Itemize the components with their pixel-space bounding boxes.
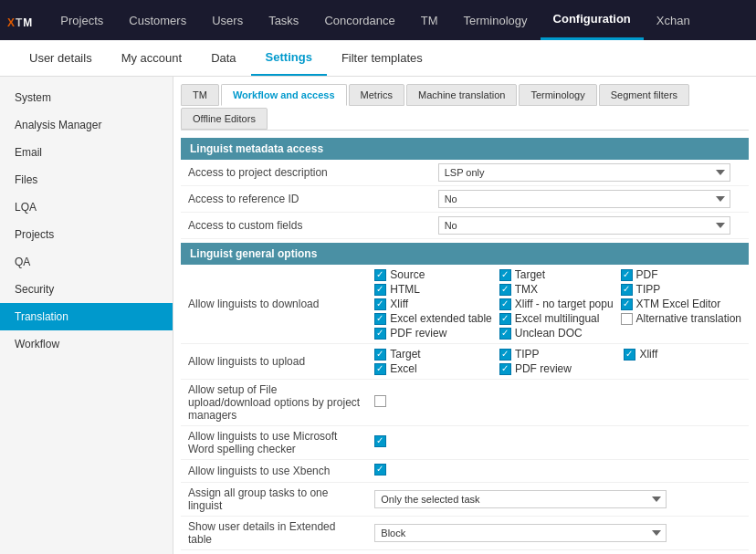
tab-row: TM Workflow and access Metrics Machine t… — [181, 84, 749, 131]
nav-customers[interactable]: Customers — [116, 0, 199, 40]
cb-target-icon[interactable] — [499, 269, 511, 281]
cb-unclean-doc-icon[interactable] — [499, 328, 511, 340]
cb-excel-multilingual-icon[interactable] — [499, 313, 511, 325]
label-open-workbench: For a project, open XTM Workbench for — [181, 550, 367, 555]
label-file-upload-setup: Allow setup of File upload/download opti… — [181, 380, 367, 426]
row-word-spelling: Allow linguists to use Microsoft Word sp… — [181, 426, 749, 460]
cb-alternative-translation-icon[interactable] — [621, 313, 633, 325]
cb-pdf-review-icon[interactable] — [374, 328, 386, 340]
tab-segment-filters[interactable]: Segment filters — [599, 84, 689, 106]
select-reference-id[interactable]: No — [438, 190, 730, 208]
cb-word-spelling-icon[interactable] — [374, 435, 386, 447]
control-word-spelling — [367, 426, 749, 460]
cb-target: Target — [499, 268, 614, 281]
control-project-description[interactable]: LSP only — [431, 160, 749, 186]
cb-html: HTML — [374, 283, 491, 296]
subnav-filter-templates[interactable]: Filter templates — [327, 40, 437, 76]
control-reference-id[interactable]: No — [431, 186, 749, 213]
cb-upload-target-icon[interactable] — [374, 349, 386, 361]
tab-tm[interactable]: TM — [181, 84, 219, 106]
control-allow-download: Source Target PDF HTML TMX TIPP Xliff Xl… — [367, 265, 749, 344]
sidebar-item-workflow[interactable]: Workflow — [0, 330, 173, 358]
select-project-description[interactable]: LSP only — [438, 163, 730, 182]
sidebar-item-system[interactable]: System — [0, 84, 173, 111]
select-user-details[interactable]: Block — [374, 524, 667, 542]
download-checkbox-grid: Source Target PDF HTML TMX TIPP Xliff Xl… — [374, 268, 741, 340]
subnav-data[interactable]: Data — [196, 40, 250, 76]
cb-tmx: TMX — [499, 283, 614, 296]
nav-terminology[interactable]: Terminology — [450, 0, 540, 40]
section-linguist-general-header: Linguist general options — [181, 243, 749, 265]
cb-html-icon[interactable] — [374, 284, 386, 296]
sidebar-item-lqa[interactable]: LQA — [0, 193, 173, 221]
cb-upload-target: Target — [374, 348, 492, 361]
nav-tm[interactable]: TM — [408, 0, 451, 40]
sidebar-item-email[interactable]: Email — [0, 139, 173, 166]
cb-pdf: PDF — [621, 268, 741, 281]
control-user-details[interactable]: Block — [367, 517, 749, 550]
cb-tipp-icon[interactable] — [621, 284, 633, 296]
main-layout: System Analysis Manager Email Files LQA … — [0, 77, 756, 554]
subnav-user-details[interactable]: User details — [15, 40, 107, 76]
cb-upload-pdf-review-icon[interactable] — [499, 363, 511, 375]
cb-excel-extended-icon[interactable] — [374, 313, 386, 325]
select-assign-group-tasks[interactable]: Only the selected task — [374, 490, 667, 508]
cb-xliff-no-target: Xliff - no target popu — [499, 298, 614, 310]
row-user-details: Show user details in Extended table Bloc… — [181, 517, 749, 550]
sidebar-item-qa[interactable]: QA — [0, 248, 173, 276]
linguist-metadata-table: Access to project description LSP only A… — [181, 160, 749, 239]
cb-upload-xliff-icon[interactable] — [624, 349, 635, 361]
sidebar-item-projects[interactable]: Projects — [0, 221, 173, 248]
cb-upload-excel-icon[interactable] — [374, 363, 386, 375]
cb-file-upload-setup-icon[interactable] — [374, 395, 386, 407]
sub-navigation: User details My account Data Settings Fi… — [0, 40, 756, 77]
cb-upload-xliff: Xliff — [624, 348, 741, 361]
row-xbench: Allow linguists to use Xbench — [181, 460, 749, 483]
select-custom-fields[interactable]: No — [438, 216, 730, 235]
cb-excel-extended: Excel extended table — [374, 312, 491, 325]
tab-workflow-access[interactable]: Workflow and access — [221, 84, 347, 106]
cb-xliff-no-target-icon[interactable] — [499, 298, 511, 310]
nav-xchan[interactable]: Xchan — [644, 0, 703, 40]
nav-tasks[interactable]: Tasks — [256, 0, 311, 40]
cb-pdf-review: PDF review — [374, 327, 491, 340]
cb-excel-multilingual: Excel multilingual — [499, 312, 614, 325]
cb-xbench-icon[interactable] — [374, 464, 386, 476]
label-assign-group-tasks: Assign all group tasks to one linguist — [181, 483, 367, 517]
cb-pdf-icon[interactable] — [621, 269, 633, 281]
sidebar-item-analysis-manager[interactable]: Analysis Manager — [0, 111, 173, 139]
cb-upload-tipp: TIPP — [499, 348, 617, 361]
content-area: TM Workflow and access Metrics Machine t… — [173, 77, 756, 554]
tab-metrics[interactable]: Metrics — [349, 84, 404, 106]
section-linguist-metadata-header: Linguist metadata access — [181, 138, 749, 160]
cb-xtm-excel-editor: XTM Excel Editor — [621, 298, 741, 310]
cb-xliff-icon[interactable] — [374, 298, 386, 310]
subnav-settings[interactable]: Settings — [251, 40, 327, 76]
sidebar-item-translation[interactable]: Translation — [0, 303, 173, 330]
subnav-my-account[interactable]: My account — [107, 40, 196, 76]
cb-upload-tipp-icon[interactable] — [499, 349, 511, 361]
upload-checkbox-grid: Target TIPP Xliff Excel PDF review — [374, 348, 741, 375]
cb-xtm-excel-editor-icon[interactable] — [621, 298, 633, 310]
row-file-upload-setup: Allow setup of File upload/download opti… — [181, 380, 749, 426]
nav-users[interactable]: Users — [199, 0, 256, 40]
cb-source-icon[interactable] — [374, 269, 386, 281]
cb-source: Source — [374, 268, 491, 281]
row-reference-id: Access to reference ID No — [181, 186, 749, 213]
tab-offline-editors[interactable]: Offline Editors — [181, 108, 268, 130]
sidebar-item-files[interactable]: Files — [0, 166, 173, 193]
control-custom-fields[interactable]: No — [431, 213, 749, 239]
control-assign-group-tasks[interactable]: Only the selected task — [367, 483, 749, 517]
cb-alternative-translation: Alternative translation — [621, 312, 741, 325]
top-navigation: XTM Projects Customers Users Tasks Conco… — [0, 0, 756, 40]
nav-configuration[interactable]: Configuration — [541, 0, 644, 40]
tab-machine-translation[interactable]: Machine translation — [406, 84, 517, 106]
nav-projects[interactable]: Projects — [47, 0, 116, 40]
nav-concordance[interactable]: Concordance — [311, 0, 407, 40]
row-open-workbench: For a project, open XTM Workbench for Al… — [181, 550, 749, 555]
sidebar-item-security[interactable]: Security — [0, 276, 173, 303]
tab-terminology[interactable]: Terminology — [519, 84, 596, 106]
cb-tmx-icon[interactable] — [499, 284, 511, 296]
label-user-details: Show user details in Extended table — [181, 517, 367, 550]
cb-upload-excel: Excel — [374, 362, 492, 375]
